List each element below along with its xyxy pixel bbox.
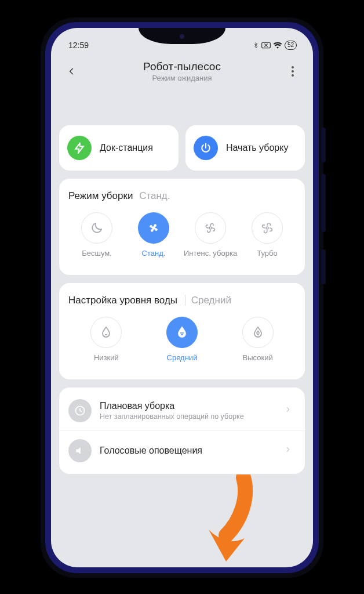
mode-intensive-label: Интенс. уборка (184, 249, 237, 267)
power-icon (194, 136, 218, 160)
mode-turbo[interactable]: Турбо (239, 212, 296, 267)
scheduled-title: Плановая уборка (100, 401, 277, 411)
more-settings-card: Плановая уборка Нет запланированных опер… (59, 387, 305, 474)
cleaning-mode-current: Станд. (139, 190, 170, 201)
start-cleaning-label: Начать уборку (226, 142, 288, 153)
drop-icon (99, 325, 113, 339)
water-level-current: Средний (185, 295, 231, 306)
no-sim-icon (261, 42, 271, 49)
moon-icon (90, 221, 104, 235)
scheduled-cleaning-item[interactable]: Плановая уборка Нет запланированных опер… (59, 391, 305, 430)
water-high-label: Высокий (243, 354, 273, 371)
dock-label: Док-станция (100, 142, 153, 153)
battery-icon: 52 (285, 41, 297, 50)
status-icons: 52 (253, 41, 297, 50)
mode-standard-label: Станд. (142, 249, 166, 267)
drop-high-icon (251, 325, 265, 339)
water-level-card: Настройка уровня воды Средний Низкий Сре… (59, 283, 305, 379)
speaker-icon (68, 439, 92, 462)
page-title: Робот-пылесос (81, 60, 283, 73)
water-low-label: Низкий (94, 354, 119, 371)
mode-turbo-label: Турбо (257, 249, 277, 267)
mode-quiet-label: Бесшум. (82, 249, 112, 267)
voice-alerts-item[interactable]: Голосовые оповещения (59, 430, 305, 470)
water-low[interactable]: Низкий (69, 317, 144, 371)
chevron-left-icon (67, 65, 75, 78)
drop-medium-icon (175, 325, 189, 339)
page-subtitle: Режим ожидания (81, 74, 283, 82)
svg-point-2 (209, 227, 212, 229)
chevron-right-icon (285, 445, 296, 457)
bluetooth-icon (253, 41, 259, 49)
phone-frame: 12:59 52 Робот-пылесос Режим (41, 17, 323, 578)
hw-button (321, 174, 326, 232)
water-high[interactable]: Высокий (220, 317, 295, 371)
cleaning-mode-title: Режим уборки (68, 190, 133, 201)
dock-icon (67, 136, 92, 160)
water-medium[interactable]: Средний (144, 317, 219, 371)
back-button[interactable] (61, 60, 81, 83)
fan-turbo-icon (260, 221, 274, 235)
annotation-arrow-icon (203, 475, 261, 567)
mode-standard[interactable]: Станд. (125, 212, 182, 267)
app-header: Робот-пылесос Режим ожидания (51, 51, 313, 92)
mode-intensive[interactable]: Интенс. уборка (182, 212, 239, 267)
water-medium-label: Средний (167, 354, 198, 371)
overflow-menu-button[interactable] (283, 60, 303, 83)
more-vertical-icon (292, 66, 294, 77)
svg-point-3 (266, 227, 268, 229)
chevron-right-icon (285, 405, 296, 416)
voice-title: Голосовые оповещения (100, 446, 277, 456)
clock-icon (68, 399, 92, 422)
status-time: 12:59 (68, 41, 89, 50)
fan-icon (147, 221, 161, 235)
wifi-icon (273, 42, 282, 49)
hw-button (321, 128, 326, 162)
hw-button (321, 249, 326, 284)
svg-point-1 (152, 227, 155, 229)
start-cleaning-button[interactable]: Начать уборку (185, 125, 305, 171)
scheduled-subtitle: Нет запланированных операций по уборке (100, 412, 277, 421)
dock-button[interactable]: Док-станция (59, 125, 179, 171)
mode-quiet[interactable]: Бесшум. (68, 212, 125, 267)
fan-fast-icon (203, 221, 217, 235)
cleaning-mode-card: Режим уборки Станд. Бесшум. Станд. (59, 179, 305, 275)
water-level-title: Настройка уровня воды (68, 295, 177, 306)
